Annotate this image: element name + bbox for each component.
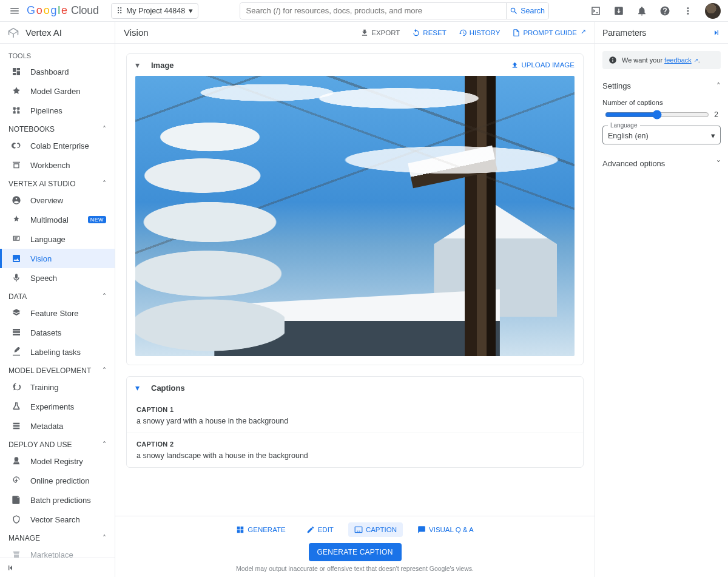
page-title: Vision — [124, 27, 149, 38]
topbar: Google Cloud ⠿ My Project 44848 ▾ Search — [0, 0, 728, 22]
tab-caption[interactable]: CAPTION — [348, 522, 403, 537]
export-label: EXPORT — [371, 29, 400, 36]
cloud-shell-icon[interactable] — [590, 5, 602, 17]
labeling-icon — [11, 346, 22, 357]
nav-section-manage[interactable]: MANAGE˄ — [0, 529, 115, 545]
feedback-link[interactable]: feedback — [664, 56, 692, 64]
model-garden-icon — [11, 86, 22, 96]
sidebar-item-label: Model Registry — [30, 457, 83, 466]
avatar[interactable] — [705, 3, 721, 19]
notifications-icon[interactable] — [636, 5, 648, 17]
prompt-guide-button[interactable]: PROMPT GUIDE — [512, 29, 586, 37]
collapse-nav-button[interactable] — [0, 558, 115, 577]
sidebar-item-speech[interactable]: Speech — [0, 268, 115, 288]
sidebar-item-training[interactable]: Training — [0, 377, 115, 397]
help-icon[interactable] — [659, 5, 671, 17]
language-select[interactable]: Language English (en)▾ — [602, 126, 721, 144]
tab-generate[interactable]: GENERATE — [230, 522, 291, 537]
sidebar-item-feature-store[interactable]: Feature Store — [0, 303, 115, 323]
sidebar-item-label: Vision — [30, 254, 52, 263]
prompt-guide-label: PROMPT GUIDE — [523, 29, 577, 36]
settings-section-head[interactable]: Settings ˄ — [602, 78, 721, 94]
sidebar-item-label: Batch predictions — [30, 496, 91, 505]
upload-image-label: UPLOAD IMAGE — [521, 61, 575, 69]
caption-label: CAPTION 1 — [136, 406, 573, 413]
project-picker[interactable]: ⠿ My Project 44848 ▾ — [111, 3, 198, 19]
reset-button[interactable]: RESET — [412, 29, 446, 37]
sidebar-item-vector-search[interactable]: Vector Search — [0, 510, 115, 529]
parameters-panel: Parameters We want your feedback. Settin… — [595, 22, 728, 577]
product-name: Vertex AI — [25, 27, 62, 38]
google-cloud-logo[interactable]: Google Cloud — [27, 4, 99, 17]
generate-caption-button[interactable]: GENERATE CAPTION — [309, 543, 402, 561]
crumb-bar: Vision EXPORT RESET HISTORY PROMPT GUIDE — [115, 22, 595, 44]
captions-card: ▾ Captions CAPTION 1a snowy yard with a … — [126, 376, 584, 468]
search-button[interactable]: Search — [506, 3, 548, 19]
sidebar-item-label: Colab Enterprise — [30, 141, 89, 150]
tab-edit[interactable]: EDIT — [300, 522, 340, 537]
export-button[interactable]: EXPORT — [360, 29, 400, 37]
caption-text: a snowy yard with a house in the backgro… — [136, 417, 573, 425]
sidebar-item-multimodal[interactable]: MultimodalNEW — [0, 210, 115, 229]
sidebar-item-marketplace[interactable]: Marketplace — [0, 545, 115, 558]
datasets-icon — [11, 327, 22, 338]
sidebar-item-label: Pipelines — [30, 106, 62, 115]
sidebar-item-experiments[interactable]: Experiments — [0, 397, 115, 416]
upload-image-button[interactable]: UPLOAD IMAGE — [511, 61, 575, 69]
nav-section-deploy-and-use[interactable]: DEPLOY AND USE˄ — [0, 436, 115, 451]
sidebar-item-label: Labeling tasks — [30, 348, 81, 357]
content-scroll[interactable]: ▾ Image UPLOAD IMAGE — [115, 44, 595, 516]
sidebar-item-label: Feature Store — [30, 309, 79, 318]
sidebar-item-dashboard[interactable]: Dashboard — [0, 62, 115, 81]
download-icon[interactable] — [613, 5, 625, 17]
sidebar-item-metadata[interactable]: Metadata — [0, 416, 115, 436]
sidebar-item-batch-predictions[interactable]: Batch predictions — [0, 490, 115, 510]
sidebar-item-model-registry[interactable]: Model Registry — [0, 451, 115, 471]
feature-store-icon — [11, 308, 22, 319]
tab-visual-qa-label: VISUAL Q & A — [429, 526, 474, 533]
pipelines-icon — [11, 105, 22, 116]
sidebar-item-colab-enterprise[interactable]: Colab Enterprise — [0, 136, 115, 155]
chevron-down-icon[interactable]: ▾ — [135, 383, 144, 393]
num-captions-slider[interactable] — [605, 110, 709, 120]
sidebar-item-labeling-tasks[interactable]: Labeling tasks — [0, 342, 115, 362]
more-vert-icon[interactable] — [682, 5, 694, 17]
image-card-title: Image — [151, 61, 174, 70]
tab-visual-qa[interactable]: VISUAL Q & A — [411, 522, 480, 537]
search-input[interactable] — [240, 3, 506, 19]
sidebar-item-datasets[interactable]: Datasets — [0, 323, 115, 342]
metadata-icon — [11, 420, 22, 431]
feedback-link-label: feedback — [664, 56, 692, 64]
caption-text: a snowy landscape with a house in the ba… — [136, 451, 573, 460]
sidebar-item-label: Metadata — [30, 422, 63, 431]
hamburger-menu[interactable] — [7, 4, 22, 18]
vector-icon — [11, 514, 22, 525]
chevron-up-icon: ˄ — [103, 125, 106, 133]
nav-section-vertex-ai-studio[interactable]: VERTEX AI STUDIO˄ — [0, 175, 115, 191]
project-dots-icon: ⠿ — [116, 7, 123, 15]
sidebar-item-pipelines[interactable]: Pipelines — [0, 101, 115, 120]
history-button[interactable]: HISTORY — [459, 29, 500, 37]
nav-section-notebooks[interactable]: NOTEBOOKS˄ — [0, 120, 115, 136]
sidebar-item-online-prediction[interactable]: Online prediction — [0, 471, 115, 490]
experiments-icon — [11, 401, 22, 412]
chevron-up-icon: ˄ — [103, 440, 106, 449]
advanced-section-head[interactable]: Advanced options ˅ — [602, 155, 721, 172]
dropdown-caret-icon: ▾ — [189, 6, 193, 15]
sidebar-item-label: Overview — [30, 196, 63, 205]
sidebar-item-workbench[interactable]: Workbench — [0, 155, 115, 175]
sidebar-item-model-garden[interactable]: Model Garden — [0, 81, 115, 101]
sidebar-item-label: Speech — [30, 274, 57, 283]
tab-edit-label: EDIT — [318, 526, 334, 533]
sidebar-item-overview[interactable]: Overview — [0, 191, 115, 210]
nav-scroll[interactable]: TOOLSDashboardModel GardenPipelinesNOTEB… — [0, 44, 115, 558]
collapse-panel-icon[interactable] — [711, 28, 721, 38]
chevron-down-icon[interactable]: ▾ — [135, 60, 144, 70]
sidebar-item-label: Online prediction — [30, 476, 90, 485]
speech-icon — [11, 272, 22, 283]
sidebar-item-vision[interactable]: Vision — [0, 249, 115, 268]
nav-section-data[interactable]: DATA˄ — [0, 288, 115, 303]
sidebar-item-language[interactable]: Language — [0, 229, 115, 249]
sidebar-item-label: Training — [30, 383, 58, 392]
nav-section-model-development[interactable]: MODEL DEVELOPMENT˄ — [0, 362, 115, 377]
